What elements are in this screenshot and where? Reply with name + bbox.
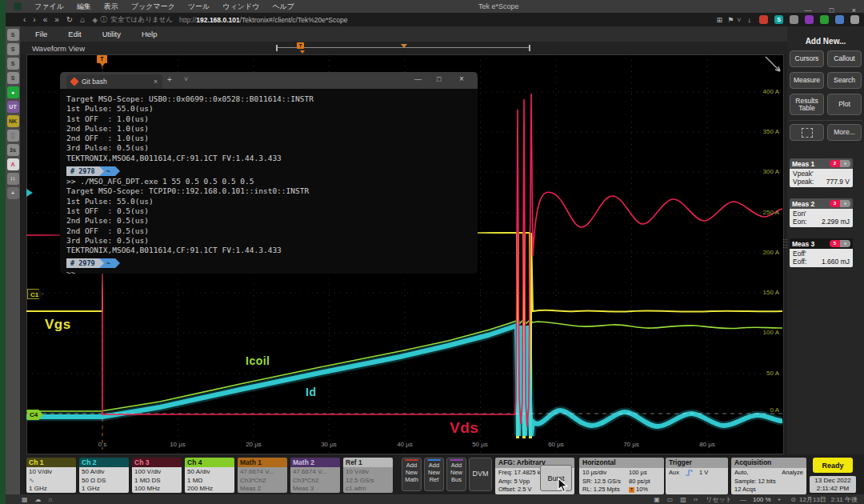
- download-icon[interactable]: ↓: [748, 16, 752, 24]
- panel-toggle-icon[interactable]: ▦: [22, 496, 28, 503]
- meas1-badge[interactable]: Meas 1 2+ Vpeak' Vpeak:777.9 V: [790, 158, 853, 187]
- waveform-view-tab[interactable]: Waveform View: [32, 44, 85, 53]
- forward-icon[interactable]: ›: [33, 15, 35, 24]
- tiling-icon[interactable]: ▭: [667, 496, 674, 503]
- prompt-caret[interactable]: >>: [66, 269, 471, 274]
- page-actions-icon[interactable]: ‹›: [694, 496, 698, 503]
- panel-icon-9[interactable]: 3s: [7, 144, 19, 156]
- tab-dropdown-icon[interactable]: ˅: [184, 75, 188, 83]
- add-new-bus-button[interactable]: Add New Bus: [446, 458, 466, 491]
- panel-icon-1[interactable]: S: [7, 29, 19, 41]
- vivaldi-logo-icon[interactable]: [14, 2, 22, 10]
- home-icon[interactable]: ⌂: [80, 15, 85, 24]
- meas2-badge[interactable]: Meas 2 3+ Eon' Eon:2.299 mJ: [790, 198, 853, 227]
- fastforward-icon[interactable]: »: [54, 15, 59, 24]
- search-button[interactable]: Search: [827, 72, 862, 89]
- terminal-close-icon[interactable]: ×: [459, 74, 464, 83]
- zoom-reset-button[interactable]: リセット: [706, 495, 732, 504]
- callout-button[interactable]: Callout: [827, 50, 862, 67]
- extension-icon-5[interactable]: [820, 15, 829, 24]
- back-icon[interactable]: ‹: [23, 15, 26, 24]
- terminal-maximize-icon[interactable]: □: [437, 75, 441, 83]
- menu-tools[interactable]: ツール: [188, 2, 210, 12]
- panel-icon-8[interactable]: ▒: [7, 130, 19, 142]
- menu-view[interactable]: 表示: [104, 2, 118, 12]
- menu-help[interactable]: ヘルプ: [272, 2, 294, 12]
- extension-icon-7[interactable]: [850, 15, 859, 24]
- panel-icon-nk[interactable]: NK: [7, 115, 19, 127]
- zoom-out-icon[interactable]: —: [740, 496, 746, 503]
- minimap-position-handle[interactable]: [401, 44, 407, 48]
- ch3-badge[interactable]: Ch 3 100 V/div1 MΩ DS100 MHz: [132, 458, 182, 493]
- panel-icon-2[interactable]: S: [7, 43, 19, 55]
- meas2-nav-pill[interactable]: 3+: [830, 200, 850, 207]
- meas3-badge[interactable]: Meas 3 5+ Eoff' Eoff:1.660 mJ: [790, 238, 853, 267]
- extension-icon-2[interactable]: S: [774, 15, 783, 24]
- zoom-in-icon[interactable]: +: [778, 496, 782, 503]
- menu-window[interactable]: ウィンドウ: [222, 2, 259, 12]
- plot-button[interactable]: Plot: [827, 94, 862, 115]
- panel-icon-ut[interactable]: UT: [7, 101, 19, 113]
- scope-menu-file[interactable]: File: [35, 30, 47, 38]
- zoom-level[interactable]: 100 %: [753, 496, 771, 503]
- ch2-badge[interactable]: Ch 2 50 A/div50 Ω DS1 GHz: [79, 458, 129, 493]
- trigger-badge[interactable]: Trigger Aux 1 V: [666, 458, 728, 494]
- terminal-titlebar[interactable]: Git bash × + ˅ — □ ×: [60, 72, 478, 89]
- more-button[interactable]: More...: [827, 124, 862, 141]
- cursors-button[interactable]: Cursors: [790, 50, 824, 67]
- menu-file[interactable]: ファイル: [34, 2, 64, 12]
- ch1-badge[interactable]: Ch 1 10 V/div∿1 GHz: [26, 458, 76, 493]
- new-tab-icon[interactable]: +: [167, 75, 172, 84]
- menu-bookmarks[interactable]: ブックマーク: [131, 2, 175, 12]
- chevron-down-icon[interactable]: ˅: [737, 16, 741, 24]
- terminal-output[interactable]: Target MSO-Scope: USB0::0x0699::0x0528::…: [60, 89, 478, 274]
- menu-edit[interactable]: 編集: [77, 2, 91, 12]
- sync-cloud-icon[interactable]: ☁: [35, 496, 42, 503]
- screen-capture-button[interactable]: [790, 124, 824, 141]
- results-table-button[interactable]: Results Table: [790, 94, 824, 115]
- tile-pages-icon[interactable]: ⊞: [717, 16, 723, 24]
- ch4-badge[interactable]: Ch 4 50 A/div1 MΩ200 MHz: [185, 458, 234, 493]
- ref1-badge[interactable]: Ref 1 10 V/div12.5 GS/sc1.wfm: [343, 458, 393, 493]
- rewind-icon[interactable]: «: [43, 15, 48, 24]
- math1-badge[interactable]: Math 1 47.6674 V...Ch3*Ch2Meas 2: [238, 458, 287, 493]
- record-minimap[interactable]: T: [276, 45, 530, 51]
- reload-icon[interactable]: ↻: [66, 15, 73, 24]
- panel-icon-3[interactable]: S: [7, 58, 19, 70]
- tab-close-icon[interactable]: ×: [154, 78, 158, 86]
- panel-icon-grid[interactable]: ∷: [7, 173, 19, 185]
- scope-menu-help[interactable]: Help: [142, 30, 158, 38]
- status-home-icon[interactable]: ⌂: [49, 496, 53, 503]
- scope-menu-utility[interactable]: Utility: [102, 30, 121, 38]
- trigger-flag-marker[interactable]: T: [97, 55, 107, 63]
- add-new-math-button[interactable]: Add New Math: [402, 458, 422, 491]
- terminal-minimize-icon[interactable]: —: [414, 75, 422, 83]
- bookmark-flag-icon[interactable]: ⚑: [727, 16, 734, 24]
- math2-badge[interactable]: Math 2 47.6674 V...Ch3*Ch2Meas 3: [290, 458, 340, 493]
- add-new-ref-button[interactable]: Add New Ref: [424, 458, 444, 491]
- panel-add-button[interactable]: +: [7, 187, 19, 199]
- minimap-trigger-pin[interactable]: T: [297, 42, 304, 49]
- panel-icon-a[interactable]: Λ: [7, 158, 19, 170]
- terminal-tab[interactable]: Git bash ×: [66, 74, 162, 89]
- acquisition-badge[interactable]: Acquisition Auto,Analyze Sample: 12 bits…: [731, 458, 806, 494]
- dvm-button[interactable]: DVM: [469, 458, 492, 491]
- horizontal-badge[interactable]: Horizontal 10 µs/div100 µs SR: 12.5 GS/s…: [579, 458, 664, 494]
- panel-icon-active[interactable]: ●: [7, 86, 19, 98]
- meas1-nav-pill[interactable]: 2+: [830, 160, 850, 167]
- extension-icon-6[interactable]: [835, 15, 844, 24]
- url-text[interactable]: http://192.168.0.101/Tektronix#/client/c…: [179, 16, 347, 24]
- extension-icon-3[interactable]: [790, 15, 798, 24]
- panel-icon-4[interactable]: S: [7, 72, 19, 84]
- meas3-nav-pill[interactable]: 5+: [830, 240, 850, 247]
- extension-icon-4[interactable]: [805, 15, 814, 24]
- scope-menu-edit[interactable]: Edit: [68, 30, 81, 38]
- info-icon[interactable]: ⓘ: [100, 14, 107, 25]
- capture-page-icon[interactable]: ▣: [654, 496, 660, 503]
- extension-icon-1[interactable]: [759, 15, 768, 24]
- shield-icon[interactable]: ◈: [92, 16, 98, 24]
- image-toggle-icon[interactable]: ▨: [680, 496, 686, 503]
- terminal-window[interactable]: Git bash × + ˅ — □ × Target MSO-Scope: U…: [60, 72, 478, 274]
- measure-button[interactable]: Measure: [790, 72, 824, 89]
- zoom-corner-handle[interactable]: [766, 57, 780, 71]
